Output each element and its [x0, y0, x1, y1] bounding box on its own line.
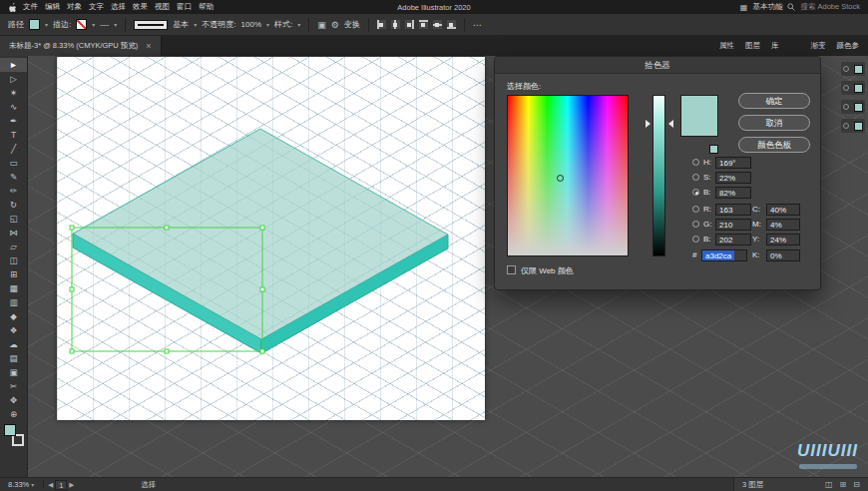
artboard-tool[interactable]: ▣	[0, 365, 27, 379]
zoom-dropdown-icon[interactable]: ▾	[31, 481, 34, 488]
fill-color-swatch[interactable]	[29, 19, 40, 30]
hand-tool[interactable]: ✥	[0, 393, 27, 407]
menu-type[interactable]: 文字	[89, 2, 104, 12]
menu-window[interactable]: 窗口	[177, 2, 192, 12]
selection-handle[interactable]	[165, 226, 169, 230]
slider-arrow-right-icon[interactable]	[668, 120, 673, 128]
web-only-checkbox[interactable]	[507, 265, 516, 274]
slice-tool[interactable]: ✂	[0, 379, 27, 393]
selection-handle[interactable]	[165, 349, 169, 353]
tab-close-icon[interactable]: ×	[146, 41, 151, 51]
style-dropdown-icon[interactable]: ▾	[297, 21, 300, 28]
cancel-button[interactable]: 取消	[738, 115, 810, 131]
stroke-weight-select[interactable]: ―	[100, 20, 109, 30]
selection-handle[interactable]	[260, 349, 264, 353]
color-field[interactable]	[507, 95, 629, 256]
selection-handle[interactable]	[70, 226, 74, 230]
transform-label[interactable]: 变换	[344, 19, 360, 30]
graph-tool[interactable]: ▤	[0, 351, 27, 365]
scale-tool[interactable]: ◱	[0, 212, 27, 226]
apple-menu-icon[interactable]	[8, 2, 17, 13]
magic-wand-tool[interactable]: ✶	[0, 86, 27, 100]
layer-row[interactable]	[841, 62, 865, 76]
input-s[interactable]: 22%	[715, 172, 751, 184]
more-options-icon[interactable]: ⋯	[473, 20, 482, 30]
mesh-tool[interactable]: ▦	[0, 281, 27, 295]
gradient-tool[interactable]: ▥	[0, 295, 27, 309]
new-layer-icon[interactable]: ⊞	[840, 480, 847, 489]
align-right-icon[interactable]	[405, 20, 414, 29]
menu-effect[interactable]: 效果	[133, 2, 148, 12]
visibility-icon[interactable]	[843, 85, 849, 91]
tab-color-guide[interactable]: 颜色参	[837, 41, 860, 51]
input-g[interactable]: 210	[715, 219, 751, 231]
next-artboard-icon[interactable]: ▶	[69, 481, 74, 489]
document-setup-icon[interactable]: ▣	[317, 20, 326, 30]
rotate-tool[interactable]: ↻	[0, 198, 27, 212]
direct-selection-tool[interactable]: ▷	[0, 72, 27, 86]
menu-file[interactable]: 文件	[23, 2, 38, 12]
blend-tool[interactable]: ❖	[0, 323, 27, 337]
align-middle-icon[interactable]	[433, 20, 442, 29]
type-tool[interactable]: T	[0, 128, 27, 142]
rectangle-tool[interactable]: ▭	[0, 156, 27, 170]
opacity-dropdown-icon[interactable]: ▾	[266, 21, 269, 28]
input-b[interactable]: 82%	[715, 187, 751, 199]
menu-edit[interactable]: 编辑	[45, 2, 60, 12]
align-left-icon[interactable]	[377, 20, 386, 29]
color-field-marker[interactable]	[557, 175, 564, 182]
align-top-icon[interactable]	[419, 20, 428, 29]
prev-artboard-icon[interactable]: ◀	[48, 481, 53, 489]
color-swatches-button[interactable]: 颜色色板	[738, 137, 810, 153]
selection-handle[interactable]	[70, 349, 74, 353]
layer-row[interactable]	[841, 119, 865, 133]
input-hex[interactable]: a3d2ca	[701, 249, 747, 261]
stroke-weight-dropdown-icon[interactable]: ▾	[114, 21, 117, 28]
dialog-title[interactable]: 拾色器	[495, 57, 820, 74]
visibility-icon[interactable]	[843, 104, 849, 110]
web-gamut-cube-icon[interactable]	[709, 145, 718, 154]
fill-stroke-indicator[interactable]	[4, 424, 24, 446]
slider-arrow-left-icon[interactable]	[646, 120, 651, 128]
stroke-dropdown-icon[interactable]: ▾	[92, 21, 95, 28]
stock-search-input[interactable]: 搜索 Adobe Stock	[800, 2, 860, 12]
symbol-sprayer-tool[interactable]: ☁	[0, 337, 27, 351]
selection-handle[interactable]	[260, 226, 264, 230]
visibility-icon[interactable]	[843, 66, 849, 72]
input-h[interactable]: 169°	[715, 157, 751, 169]
opacity-value[interactable]: 100%	[241, 20, 261, 29]
input-k[interactable]: 0%	[766, 249, 800, 261]
radio-r[interactable]	[692, 206, 699, 213]
radio-b[interactable]	[692, 189, 699, 196]
radio-b2[interactable]	[692, 236, 699, 243]
document-tab[interactable]: 未标题-3* @ 8.33% (CMYK/GPU 预览) ×	[0, 36, 162, 56]
fill-indicator[interactable]	[4, 424, 16, 436]
menu-help[interactable]: 帮助	[199, 2, 214, 12]
brightness-slider[interactable]	[652, 95, 665, 256]
tab-layers[interactable]: 图层	[745, 41, 760, 51]
visibility-icon[interactable]	[843, 123, 849, 129]
free-transform-tool[interactable]: ▱	[0, 240, 27, 253]
input-c[interactable]: 40%	[766, 204, 800, 216]
menu-view[interactable]: 视图	[155, 2, 170, 12]
stroke-color-swatch[interactable]	[76, 19, 87, 30]
input-r[interactable]: 163	[715, 204, 751, 216]
input-b2[interactable]: 202	[715, 234, 751, 246]
tab-libraries[interactable]: 库	[771, 41, 779, 51]
lasso-tool[interactable]: ∿	[0, 100, 27, 114]
eyedropper-tool[interactable]: ◆	[0, 309, 27, 323]
shape-builder-tool[interactable]: ◫	[0, 253, 27, 267]
zoom-tool[interactable]: ⊕	[0, 407, 27, 421]
align-center-icon[interactable]	[391, 20, 400, 29]
radio-h[interactable]	[692, 159, 699, 166]
make-mask-icon[interactable]: ◫	[825, 480, 833, 489]
align-bottom-icon[interactable]	[447, 20, 456, 29]
perspective-grid-tool[interactable]: ⊞	[0, 267, 27, 281]
artboard-nav-field[interactable]: 1	[55, 480, 67, 490]
pen-tool[interactable]: ✒	[0, 114, 27, 128]
input-m[interactable]: 4%	[766, 219, 800, 231]
brush-dropdown-icon[interactable]: ▾	[194, 21, 197, 28]
input-y[interactable]: 24%	[766, 234, 800, 246]
selection-tool[interactable]: ►	[0, 58, 27, 72]
box-top-face[interactable]	[73, 129, 448, 339]
